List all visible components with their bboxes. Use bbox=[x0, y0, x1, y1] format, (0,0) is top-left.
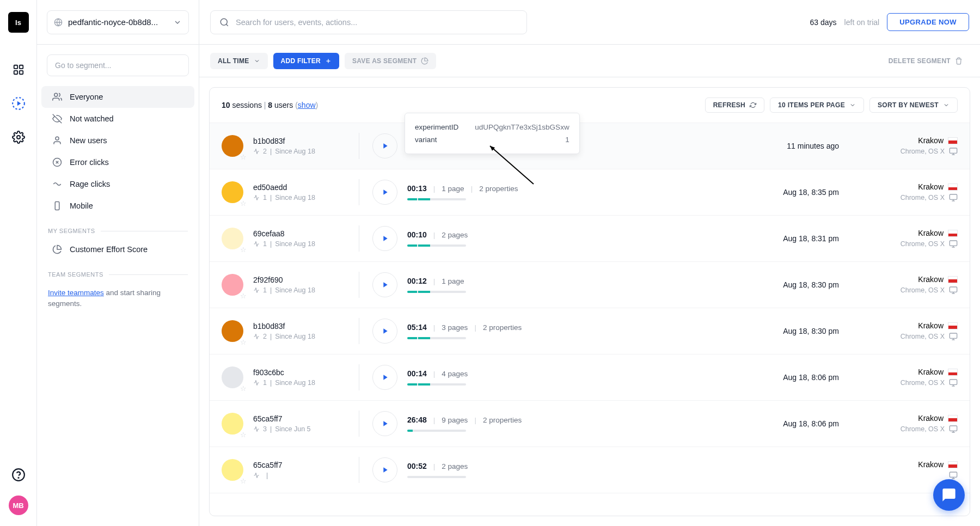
user-meta: 2|Since Aug 18 bbox=[253, 148, 346, 155]
svg-rect-2 bbox=[14, 71, 17, 74]
grid-icon bbox=[13, 64, 24, 76]
user-avatar-icon[interactable] bbox=[222, 135, 243, 157]
upgrade-button[interactable]: UPGRADE NOW bbox=[887, 13, 969, 31]
activity-bar bbox=[407, 383, 466, 386]
session-row[interactable]: f903c6bc 1|Since Aug 18 00:14 | 4 pages … bbox=[210, 354, 970, 401]
play-icon bbox=[381, 327, 389, 335]
user-avatar[interactable]: MB bbox=[9, 496, 28, 515]
city: Krakow bbox=[918, 460, 944, 469]
svg-rect-24 bbox=[950, 241, 957, 246]
session-row[interactable]: b1b0d83f 2|Since Aug 18 05:14 | 3 pages … bbox=[210, 308, 970, 354]
svg-rect-30 bbox=[950, 333, 957, 338]
save-segment-button[interactable]: SAVE AS SEGMENT bbox=[345, 53, 437, 69]
play-button[interactable] bbox=[372, 226, 397, 251]
duration: 00:14 bbox=[407, 369, 427, 378]
rail-settings[interactable] bbox=[7, 125, 30, 149]
x-circle-icon bbox=[52, 157, 62, 167]
play-button[interactable] bbox=[372, 365, 397, 390]
segment-search-input[interactable]: Go to segment... bbox=[47, 54, 189, 76]
svg-rect-36 bbox=[950, 426, 957, 431]
flag-icon bbox=[948, 415, 958, 422]
city: Krakow bbox=[918, 368, 944, 376]
play-button[interactable] bbox=[372, 180, 397, 205]
monitor-icon bbox=[949, 471, 958, 480]
segment-ces[interactable]: Customer Effort Score bbox=[41, 238, 194, 260]
trash-icon bbox=[955, 57, 963, 65]
user-meta: 1|Since Aug 18 bbox=[253, 379, 346, 387]
session-time: Aug 18, 8:06 pm bbox=[741, 419, 839, 428]
user-col: 65ca5ff7 3|Since Jun 5 bbox=[253, 414, 346, 433]
city: Krakow bbox=[918, 321, 944, 330]
play-button[interactable] bbox=[372, 133, 397, 158]
user-col: 69cefaa8 1|Since Aug 18 bbox=[253, 229, 346, 248]
user-avatar-icon[interactable] bbox=[222, 320, 243, 342]
svg-point-9 bbox=[54, 93, 58, 96]
session-row[interactable]: ed50aedd 1|Since Aug 18 00:13 | 1 page |… bbox=[210, 169, 970, 216]
play-button[interactable] bbox=[372, 319, 397, 344]
page-count: 3 pages bbox=[442, 323, 468, 332]
segment-new-users[interactable]: New users bbox=[41, 130, 194, 151]
rail-dashboard[interactable] bbox=[7, 58, 30, 82]
session-mid: 00:10 | 2 pages bbox=[407, 230, 731, 247]
play-button[interactable] bbox=[372, 457, 397, 482]
delete-segment-button[interactable]: DELETE SEGMENT bbox=[882, 54, 969, 68]
play-icon bbox=[381, 280, 389, 289]
rail-help[interactable] bbox=[7, 463, 30, 487]
invite-link[interactable]: Invite teammates bbox=[48, 289, 104, 297]
user-id: 65ca5ff7 bbox=[253, 461, 346, 469]
show-users-link[interactable]: show bbox=[298, 101, 316, 109]
add-filter-button[interactable]: ADD FILTER bbox=[273, 53, 339, 69]
user-meta: 1|Since Aug 18 bbox=[253, 240, 346, 248]
session-row[interactable]: 65ca5ff7 | 00:52 | 2 pages Krakow bbox=[210, 447, 970, 493]
sort-select[interactable]: SORT BY NEWEST bbox=[869, 97, 958, 113]
segment-not-watched[interactable]: Not watched bbox=[41, 108, 194, 130]
user-avatar-icon[interactable] bbox=[222, 274, 243, 296]
rail-sessions[interactable] bbox=[7, 91, 30, 115]
session-time: Aug 18, 8:30 pm bbox=[741, 327, 839, 335]
session-row[interactable]: 65ca5ff7 3|Since Jun 5 26:48 | 9 pages |… bbox=[210, 401, 970, 447]
per-page-select[interactable]: 10 ITEMS PER PAGE bbox=[770, 97, 864, 113]
user-avatar-icon[interactable] bbox=[222, 413, 243, 435]
gear-icon bbox=[12, 131, 25, 144]
duration: 05:14 bbox=[407, 323, 427, 332]
project-selector[interactable]: pedfantic-noyce-0b8d8... bbox=[47, 10, 189, 34]
activity-bar bbox=[407, 198, 466, 200]
segment-rage-clicks[interactable]: Rage clicks bbox=[41, 173, 194, 195]
session-row[interactable]: b1b0d83f 2|Since Aug 18 00:14 | 1 page |… bbox=[210, 123, 970, 169]
session-row[interactable]: 69cefaa8 1|Since Aug 18 00:10 | 2 pages … bbox=[210, 216, 970, 262]
time-filter[interactable]: ALL TIME bbox=[210, 53, 268, 69]
user-avatar-icon[interactable] bbox=[222, 181, 243, 203]
user-icon bbox=[52, 136, 62, 145]
page-count: 4 pages bbox=[442, 370, 468, 378]
user-agent: Chrome, OS X bbox=[901, 148, 945, 155]
flag-icon bbox=[948, 461, 958, 468]
segment-everyone[interactable]: Everyone bbox=[41, 86, 194, 108]
sessions-count-icon bbox=[253, 333, 260, 340]
chat-fab[interactable] bbox=[933, 479, 965, 511]
global-search-input[interactable]: Search for users, events, actions... bbox=[210, 10, 527, 34]
user-avatar-icon[interactable] bbox=[222, 459, 243, 481]
play-button[interactable] bbox=[372, 411, 397, 436]
activity-bar bbox=[407, 476, 466, 478]
duration: 00:10 bbox=[407, 230, 427, 239]
help-icon bbox=[11, 468, 26, 482]
segment-error-clicks[interactable]: Error clicks bbox=[41, 151, 194, 173]
refresh-button[interactable]: REFRESH bbox=[705, 97, 764, 113]
monitor-icon bbox=[949, 286, 958, 295]
session-mid: 26:48 | 9 pages |2 properties bbox=[407, 415, 731, 432]
app-logo[interactable]: ls bbox=[8, 12, 29, 33]
session-mid: 00:52 | 2 pages bbox=[407, 462, 731, 478]
sessions-count-icon bbox=[253, 380, 260, 386]
play-dashed-icon bbox=[11, 96, 26, 111]
segment-mobile[interactable]: Mobile bbox=[41, 195, 194, 217]
user-agent: Chrome, OS X bbox=[901, 240, 945, 248]
play-button[interactable] bbox=[372, 272, 397, 297]
properties-link: 2 properties bbox=[479, 185, 518, 193]
svg-point-5 bbox=[17, 136, 20, 139]
chevron-down-icon bbox=[254, 58, 260, 64]
session-row[interactable]: 2f92f690 1|Since Aug 18 00:12 | 1 page A… bbox=[210, 262, 970, 308]
content: 10 sessions | 8 users (show) REFRESH 10 … bbox=[199, 77, 980, 526]
globe-icon bbox=[54, 18, 63, 27]
user-avatar-icon[interactable] bbox=[222, 366, 243, 388]
user-avatar-icon[interactable] bbox=[222, 228, 243, 249]
